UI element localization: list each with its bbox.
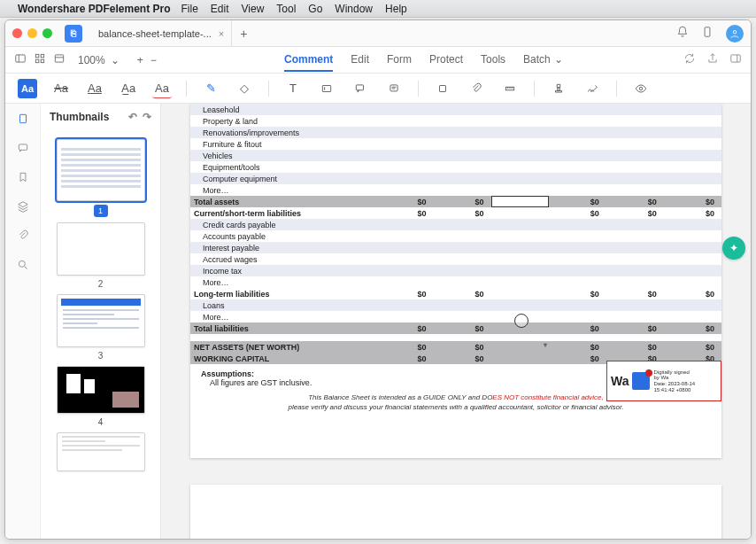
pencil-tool-icon[interactable]: ✎: [201, 79, 220, 98]
highlight-tool-icon[interactable]: Aa: [18, 79, 37, 98]
cell-value: [491, 138, 549, 150]
minimize-window-icon[interactable]: [27, 28, 37, 38]
close-tab-icon[interactable]: ×: [219, 28, 224, 39]
table-row: Credit cards payable: [190, 219, 721, 230]
zoom-out-icon[interactable]: −: [150, 54, 157, 66]
ai-fab-icon[interactable]: ✦: [722, 237, 745, 260]
cell-value: [375, 127, 433, 138]
rail-search-icon[interactable]: [17, 259, 29, 274]
shape-tool-icon[interactable]: [433, 79, 452, 98]
user-avatar-icon[interactable]: [726, 25, 744, 43]
cell-value: [375, 230, 433, 242]
menu-tool[interactable]: Tool: [276, 3, 296, 15]
page-thumbnail-1[interactable]: [57, 139, 145, 201]
cell-value: [664, 115, 721, 127]
svg-point-26: [19, 260, 25, 267]
zoom-dropdown-icon[interactable]: ⌄: [111, 54, 120, 66]
sidebar-right-icon[interactable]: [729, 52, 742, 67]
textbox-tool-icon[interactable]: [317, 79, 336, 98]
zoom-window-icon[interactable]: [42, 28, 52, 38]
squiggly-tool-icon[interactable]: Aa: [152, 79, 172, 98]
zoom-in-icon[interactable]: +: [137, 54, 143, 66]
menu-edit[interactable]: Edit: [211, 3, 229, 15]
panel-toggle-icon[interactable]: [14, 52, 27, 67]
cell-value: $0: [549, 353, 606, 364]
svg-rect-5: [41, 54, 44, 58]
cell-value: [433, 253, 490, 265]
page-thumbnail-2[interactable]: [57, 222, 145, 276]
strikethrough-tool-icon[interactable]: Aa: [51, 79, 71, 98]
page-thumbnail-5[interactable]: [57, 432, 145, 471]
cell-value: [491, 115, 549, 127]
cell-value: [549, 276, 606, 288]
reading-view-icon[interactable]: [53, 52, 66, 67]
close-window-icon[interactable]: [12, 28, 22, 38]
page-number-4: 4: [50, 417, 151, 427]
new-tab-button[interactable]: +: [232, 27, 255, 41]
thumbnails-view-icon[interactable]: [34, 52, 46, 67]
note-tool-icon[interactable]: [384, 79, 404, 98]
rotate-right-icon[interactable]: ↷: [143, 111, 151, 123]
rail-thumbnails-icon[interactable]: [17, 113, 29, 128]
tab-tools[interactable]: Tools: [481, 49, 505, 72]
table-row: Leasehold: [190, 104, 721, 115]
document-tab[interactable]: balance-sheet-template-... ×: [91, 20, 232, 47]
menu-go[interactable]: Go: [308, 3, 322, 15]
tab-edit[interactable]: Edit: [351, 49, 369, 72]
table-row: Interest payable: [190, 242, 721, 253]
row-label: Current/short-term liabilities: [190, 207, 375, 219]
page-thumbnail-4[interactable]: [57, 366, 145, 414]
menu-view[interactable]: View: [242, 3, 265, 15]
tab-comment[interactable]: Comment: [284, 49, 333, 72]
cell-value: [664, 230, 721, 242]
callout-tool-icon[interactable]: [351, 79, 370, 98]
cell-value: [375, 104, 433, 115]
cell-value: [433, 104, 490, 115]
rail-layers-icon[interactable]: [17, 200, 29, 215]
attachment-tool-icon[interactable]: [467, 79, 486, 98]
table-row: Furniture & fitout: [190, 138, 721, 150]
svg-rect-14: [356, 84, 363, 89]
cell-value: [606, 104, 664, 115]
signature-tool-icon[interactable]: [582, 79, 602, 98]
device-icon[interactable]: [701, 26, 714, 41]
app-name[interactable]: Wondershare PDFelement Pro: [18, 3, 171, 15]
cell-value: [549, 173, 606, 184]
main-menu-tabs: Comment Edit Form Protect Tools Batch⌄: [284, 49, 563, 72]
rotate-left-icon[interactable]: ↶: [128, 111, 137, 123]
menu-window[interactable]: Window: [335, 3, 373, 15]
rail-comments-icon[interactable]: [17, 142, 29, 157]
svg-rect-0: [705, 27, 710, 37]
digital-signature-stamp[interactable]: Wa Digitally signedby WaDate: 2023-08-14…: [606, 361, 721, 401]
text-tool-icon[interactable]: T: [283, 79, 303, 98]
measure-tool-icon[interactable]: [500, 79, 520, 98]
rail-attachments-icon[interactable]: [17, 229, 29, 245]
cell-value: [375, 161, 433, 173]
document-viewport[interactable]: ✦ LeaseholdProperty & landRenovations/im…: [161, 104, 751, 539]
zoom-level[interactable]: 100%: [78, 54, 105, 66]
page-thumbnail-3[interactable]: [57, 294, 145, 347]
eraser-tool-icon[interactable]: ◇: [235, 79, 254, 98]
share-icon[interactable]: [706, 52, 719, 67]
tab-protect[interactable]: Protect: [429, 49, 463, 72]
table-row: Income tax: [190, 265, 721, 276]
table-row: Renovations/improvements: [190, 127, 721, 138]
tab-form[interactable]: Form: [387, 49, 412, 72]
titlebar: ⎘ balance-sheet-template-... × +: [5, 20, 751, 47]
svg-point-23: [639, 87, 643, 90]
sync-icon[interactable]: [683, 52, 696, 67]
menu-file[interactable]: File: [181, 3, 198, 15]
svg-point-1: [733, 30, 737, 34]
hide-annotations-icon[interactable]: [631, 79, 651, 98]
stamp-tool-icon[interactable]: [549, 79, 568, 98]
row-label: Loans: [190, 299, 375, 311]
tab-batch[interactable]: Batch: [523, 49, 551, 72]
caret-tool-icon[interactable]: A̲a: [119, 79, 138, 98]
cell-value: [491, 104, 549, 115]
rail-bookmarks-icon[interactable]: [17, 171, 29, 186]
cell-value: [606, 150, 664, 161]
underline-tool-icon[interactable]: Aa: [85, 79, 104, 98]
batch-dropdown-icon[interactable]: ⌄: [554, 49, 563, 72]
bell-icon[interactable]: [676, 26, 689, 41]
menu-help[interactable]: Help: [385, 3, 407, 15]
